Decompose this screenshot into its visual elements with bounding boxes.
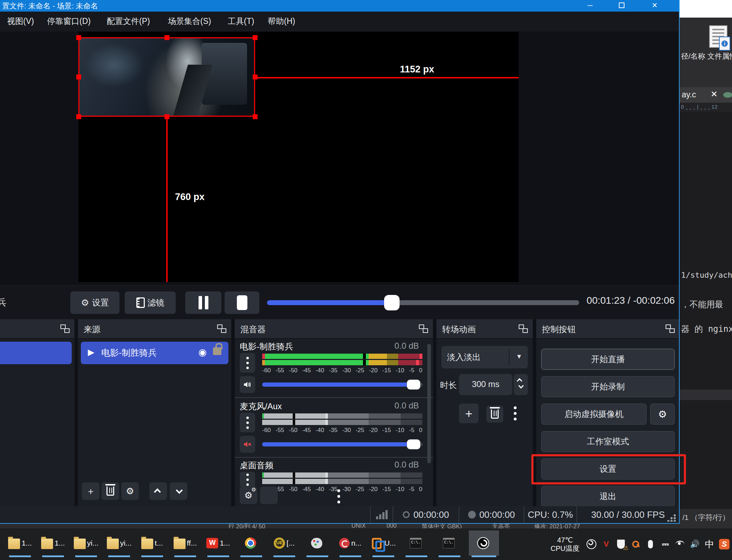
wps-tray-icon[interactable]: V <box>601 539 612 550</box>
source-properties-button[interactable]: ⚙ <box>121 482 139 500</box>
start-virtual-camera-button[interactable]: 启动虚拟摄像机 <box>541 404 647 425</box>
move-source-up-button[interactable] <box>149 482 167 500</box>
remove-source-button[interactable] <box>102 482 119 500</box>
wifi-icon[interactable] <box>674 539 686 550</box>
taskbar-item[interactable] <box>304 530 331 556</box>
cpu-cell: CPU: 0.7% <box>524 506 576 523</box>
menu-tools[interactable]: 工具(T) <box>228 16 254 27</box>
program-canvas[interactable]: 1152 px 760 px <box>78 32 519 282</box>
search-magnifier-icon[interactable] <box>630 539 641 550</box>
popout-icon[interactable] <box>419 324 428 333</box>
unlock-icon[interactable] <box>213 347 221 355</box>
taskbar-item[interactable]: t... <box>138 530 166 556</box>
taskbar-item[interactable]: yi... <box>105 530 133 556</box>
taskbar-item[interactable]: [... <box>271 530 298 556</box>
taskbar-item[interactable] <box>436 530 463 556</box>
scene-row-selected[interactable] <box>0 342 72 364</box>
muted-speaker-icon-button[interactable] <box>240 436 255 453</box>
security-shield-icon[interactable] <box>615 539 627 550</box>
speaker-icon-button[interactable] <box>240 376 255 393</box>
taskbar-item[interactable] <box>238 530 265 556</box>
taskbar-item[interactable]: 1... <box>6 530 34 556</box>
obs-statusbar: 00:00:00 00:00:00 CPU: 0.7% 30.00 / 30.0… <box>0 506 680 523</box>
spinner-up-icon[interactable] <box>517 378 523 384</box>
taskbar-item[interactable] <box>469 530 499 556</box>
mixer-toolbar: ⚙ <box>235 487 433 504</box>
channel-menu-button[interactable] <box>240 413 255 432</box>
video-frame[interactable] <box>78 37 255 117</box>
add-transition-button[interactable]: ＋ <box>459 404 479 423</box>
start-streaming-button[interactable]: 开始直播 <box>541 349 675 370</box>
menu-docks[interactable]: 停靠窗口(D) <box>47 16 91 27</box>
selection-handle[interactable] <box>253 114 258 119</box>
mixer-menu-button[interactable] <box>260 487 278 504</box>
duration-spinner[interactable] <box>514 374 528 395</box>
media-seek-slider[interactable] <box>267 300 579 305</box>
obs-titlebar[interactable]: 置文件: 未命名 - 场景: 未命名 ─ ✕ <box>0 0 679 12</box>
popout-icon[interactable] <box>217 324 226 333</box>
volume-slider[interactable] <box>262 442 422 446</box>
menu-profile[interactable]: 配置文件(P) <box>107 16 150 27</box>
menu-help[interactable]: 帮助(H) <box>268 16 295 27</box>
maximize-button[interactable] <box>614 0 630 12</box>
source-row-selected[interactable]: ▶ 电影-制胜骑兵 ◉ <box>81 342 228 364</box>
cpu-temperature[interactable]: 47℃ CPU温度 <box>551 536 579 553</box>
popout-icon[interactable] <box>60 324 70 333</box>
taskbar-item[interactable]: n... <box>337 530 364 556</box>
media-settings-button[interactable]: ⚙ 设置 <box>70 291 119 314</box>
menu-view[interactable]: 视图(V) <box>7 16 34 27</box>
sogou-tray-icon[interactable]: S <box>719 539 730 550</box>
mixer-scrollbar[interactable] <box>427 344 431 463</box>
volume-slider-handle[interactable] <box>407 380 420 390</box>
virtual-camera-settings-button[interactable]: ⚙ <box>650 404 675 425</box>
taskbar-item[interactable]: yi... <box>72 530 100 556</box>
taskbar-item[interactable]: 1... <box>205 530 232 556</box>
selection-handle[interactable] <box>76 114 81 119</box>
transition-menu-button[interactable] <box>514 406 517 420</box>
menu-scene-coll[interactable]: 场景集合(S) <box>168 16 211 27</box>
stop-button[interactable] <box>225 291 259 314</box>
channel-menu-button[interactable] <box>240 353 255 373</box>
visibility-eye-icon[interactable]: ◉ <box>198 347 207 358</box>
input-method-icon[interactable]: 中 <box>704 539 715 550</box>
selection-handle[interactable] <box>253 35 258 40</box>
move-source-down-button[interactable] <box>170 482 187 500</box>
taskbar-app-icon <box>8 539 20 549</box>
resize-grip[interactable] <box>667 514 676 522</box>
filters-button[interactable]: 滤镜 <box>125 291 176 314</box>
remove-transition-button[interactable] <box>486 406 503 423</box>
popout-icon[interactable] <box>666 324 675 333</box>
pause-button[interactable] <box>185 291 221 314</box>
taskbar-item[interactable]: U... <box>370 530 397 556</box>
start-recording-button[interactable]: 开始录制 <box>541 376 675 397</box>
studio-mode-button[interactable]: 工作室模式 <box>541 431 675 452</box>
tab-close-icon[interactable]: ✕ <box>711 89 718 99</box>
chevron-down-icon <box>176 487 183 494</box>
volume-icon[interactable]: 🔊 <box>689 539 700 550</box>
editor-file-tab[interactable]: ay.c <box>682 90 696 99</box>
exit-button[interactable]: 退出 <box>541 486 675 507</box>
microphone-icon[interactable] <box>645 539 656 550</box>
dropdown-arrow-icon: ▼ <box>516 353 522 360</box>
add-source-button[interactable]: ＋ <box>82 482 99 500</box>
taskbar-item[interactable]: 1... <box>39 530 67 556</box>
transition-select[interactable]: 淡入淡出 ▼ <box>441 346 528 368</box>
popout-icon[interactable] <box>519 324 528 333</box>
taskbar-app-icon <box>274 538 285 549</box>
minimize-button[interactable]: ─ <box>582 0 598 12</box>
taskbar-item[interactable] <box>403 530 430 556</box>
volume-slider-handle[interactable] <box>407 439 420 449</box>
channel-menu-button[interactable] <box>240 472 255 487</box>
power-plug-icon[interactable]: ⎓ <box>660 539 671 550</box>
obs-tray-icon[interactable] <box>586 539 597 550</box>
seek-handle[interactable] <box>384 295 400 310</box>
close-button[interactable]: ✕ <box>647 0 663 12</box>
advanced-audio-button[interactable]: ⚙ <box>240 487 257 504</box>
duration-input[interactable]: 300 ms <box>459 374 512 395</box>
taskbar-item[interactable]: ff... <box>171 530 199 556</box>
selection-handle[interactable] <box>76 35 81 40</box>
volume-slider[interactable] <box>262 382 422 387</box>
selection-handle[interactable] <box>164 35 169 40</box>
spinner-down-icon[interactable] <box>518 383 524 389</box>
selection-handle[interactable] <box>76 75 81 79</box>
